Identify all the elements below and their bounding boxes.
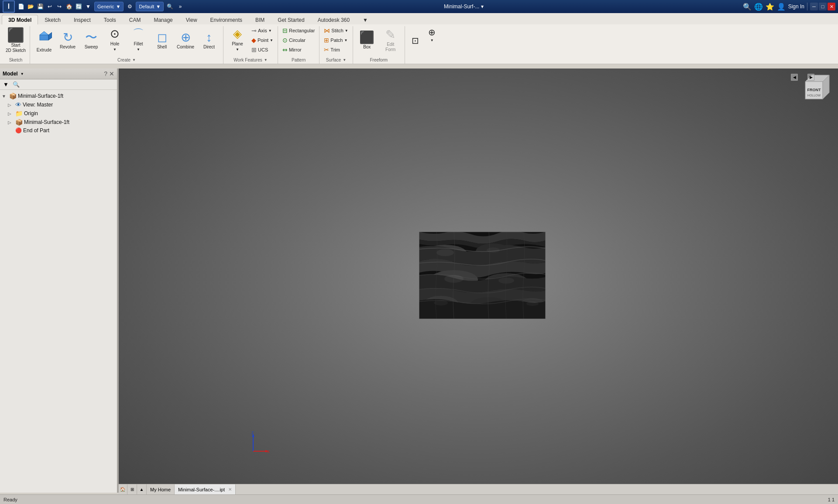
style-options[interactable]: ⚙ [125,2,134,11]
svg-point-22 [526,302,539,306]
tab-cam[interactable]: CAM [123,15,148,24]
box-freeform-button[interactable]: ⬛ Box [356,26,378,55]
point-button[interactable]: ◆ Point ▼ [250,36,275,45]
panel-title-dropdown[interactable]: ▼ [21,72,24,76]
extra-btn-1[interactable]: ⊡ [408,26,423,55]
new-btn[interactable]: 📄 [17,2,25,11]
user-icon[interactable]: 👤 [777,3,786,11]
circular-icon: ⊙ [282,37,288,44]
work-features-group-label: Work Features ▼ [234,56,267,64]
filter-button[interactable]: ▼ [2,81,10,88]
tab-my-home[interactable]: My Home [147,484,175,494]
titlebar-left: I 📄 📂 💾 ↩ ↪ 🏠 🔄 ▼ Generic ▼ ⚙ Default ▼ … [3,0,185,13]
tree-item-origin[interactable]: ▷ 📁 Origin [0,109,117,118]
panel-resize-handle[interactable] [117,69,119,493]
point-icon: ◆ [251,37,256,44]
tab-autodesk-360[interactable]: Autodesk 360 [311,15,356,24]
plane-button[interactable]: ◈ Plane ▼ [226,26,249,55]
update-btn[interactable]: 🔄 [74,2,83,11]
hole-button[interactable]: ⊙ Hole ▼ [103,26,126,55]
save-btn[interactable]: 💾 [36,2,45,11]
svg-marker-2 [48,32,52,40]
tree-item-view-master[interactable]: ▷ 👁 View: Master [0,100,117,109]
undo-btn[interactable]: ↩ [45,2,54,11]
project-dropdown[interactable]: Default ▼ [136,2,164,11]
style-dropdown[interactable]: Generic ▼ [94,2,124,11]
more-btn[interactable]: » [176,2,185,11]
rectangular-button[interactable]: ⊟ Rectangular [281,26,316,35]
edit-form-button[interactable]: ✎ EditForm [379,26,402,55]
freeform-group-label: Freeform [370,56,388,64]
tree-item-root[interactable]: ▼ 📦 Minimal-Surface-1ft [0,92,117,100]
tab-tools[interactable]: Tools [97,15,123,24]
trim-button[interactable]: ✂ Trim [322,45,342,54]
nav-arrow-right[interactable]: ▶ [807,74,814,81]
close-button[interactable]: ✕ [828,3,835,10]
redo-btn[interactable]: ↪ [55,2,64,11]
tab-more[interactable]: ▼ [356,15,374,24]
tab-minimal-surface-label: Minimal-Surface-....ipt [178,487,225,492]
svg-text:HOLLOW: HOLLOW [807,94,821,97]
qat-dropdown[interactable]: ▼ [84,2,93,11]
project-search[interactable]: 🔍 [165,2,174,11]
search-icon[interactable]: 🔍 [743,3,752,11]
open-btn[interactable]: 📂 [26,2,35,11]
combine-button[interactable]: ⊕ Combine [174,26,197,55]
tree-item-end-of-part[interactable]: 🔴 End of Part [0,127,117,134]
ucs-button[interactable]: ⊞ UCS [250,45,270,54]
ribbon: 3D Model Sketch Inspect Tools CAM Manage… [0,13,838,64]
tree-expander-view: ▷ [8,103,14,107]
extra-buttons: ⊡ ⊕ ▼ [408,26,440,61]
surface-group-label: Surface ▼ [326,56,346,64]
pattern-group-label: Pattern [292,56,306,64]
viewcube[interactable]: FRONT HOLLOW [799,73,834,108]
tab-3d-model[interactable]: 3D Model [2,15,38,24]
revolve-button[interactable]: ↻ Revolve [56,26,79,55]
rectangular-icon: ⊟ [282,27,288,34]
tab-get-started[interactable]: Get Started [271,15,311,24]
tab-inspect[interactable]: Inspect [67,15,97,24]
mirror-button[interactable]: ⇔ Mirror [281,45,303,54]
tab-manage[interactable]: Manage [147,15,179,24]
tab-sketch[interactable]: Sketch [38,15,67,24]
tree-item-body[interactable]: ▷ 📦 Minimal-Surface-1ft [0,118,117,127]
stitch-button[interactable]: ⋈ Stitch ▼ [322,26,350,35]
sweep-button[interactable]: 〜 Sweep [80,26,103,55]
sign-in-button[interactable]: Sign In [788,3,804,10]
viewport[interactable]: FRONT HOLLOW ◀ ▶ [118,69,838,493]
svg-line-30 [249,451,253,456]
tab-minimal-surface[interactable]: Minimal-Surface-....ipt ✕ [175,484,236,494]
svg-text:FRONT: FRONT [807,88,821,92]
fillet-button[interactable]: ⌒ Fillet ▼ [127,26,150,55]
tree-icon-body: 📦 [15,119,23,126]
circular-button[interactable]: ⊙ Circular [281,36,307,45]
find-button[interactable]: 🔍 [11,81,21,88]
search-web-icon[interactable]: 🌐 [754,3,763,11]
direct-icon: ↕ [206,31,212,44]
tab-bim[interactable]: BIM [249,15,271,24]
tab-environments[interactable]: Environments [204,15,249,24]
direct-button[interactable]: ↕ Direct [198,26,220,55]
panel-close-button[interactable]: ✕ [109,70,114,77]
tree-icon-eop: 🔴 [15,127,22,134]
maximize-button[interactable]: □ [819,3,827,10]
favorites-icon[interactable]: ⭐ [766,3,774,11]
work-feature-buttons: ◈ Plane ▼ ⊸ Axis ▼ ◆ Point ▼ [226,26,275,56]
tab-nav-up[interactable]: ▲ [137,484,147,494]
extrude-button[interactable]: Extrude [33,26,55,55]
axis-button[interactable]: ⊸ Axis ▼ [250,26,274,35]
nav-arrow-left[interactable]: ◀ [791,74,798,81]
minimize-button[interactable]: ─ [810,3,818,10]
tab-close-button[interactable]: ✕ [228,487,232,492]
tab-nav-grid[interactable]: ⊞ [127,484,137,494]
tab-view[interactable]: View [179,15,204,24]
sketch-buttons: ⬛ Start2D Sketch [4,26,27,56]
start-2d-sketch-button[interactable]: ⬛ Start2D Sketch [4,26,27,55]
sketch-icon: ⬛ [7,28,24,42]
shell-button[interactable]: ◻ Shell [151,26,173,55]
tab-nav-home[interactable]: 🏠 [118,484,127,494]
home-btn[interactable]: 🏠 [65,2,73,11]
extra-btn-2[interactable]: ⊕ ▼ [424,26,440,55]
patch-button[interactable]: ⊞ Patch ▼ [322,36,349,45]
panel-help-icon[interactable]: ? [104,70,107,77]
